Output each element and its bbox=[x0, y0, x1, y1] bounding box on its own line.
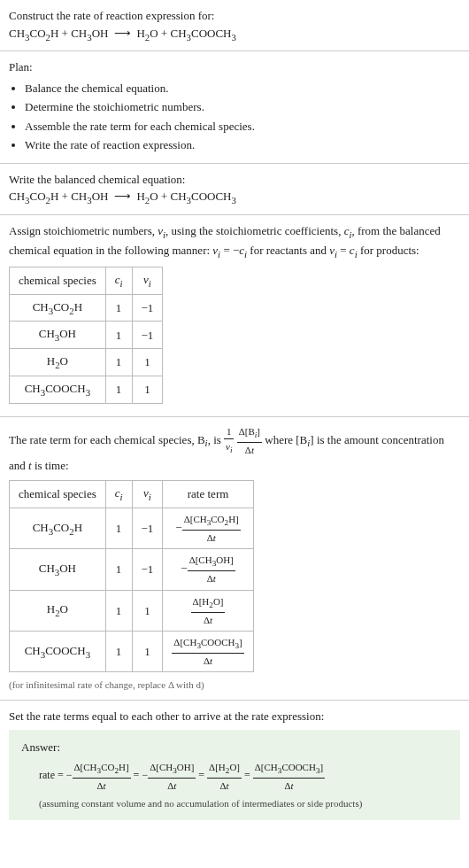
cell-vi: 1 bbox=[132, 349, 163, 376]
prompt-equation: CH3CO2H + CH3OH ⟶ H2O + CH3COOCH3 bbox=[9, 25, 460, 44]
cell-vi: −1 bbox=[132, 549, 163, 590]
balanced-equation: CH3CO2H + CH3OH ⟶ H2O + CH3COOCH3 bbox=[9, 188, 460, 207]
cell-species: CH3CO2H bbox=[10, 294, 106, 322]
cell-ci: 1 bbox=[105, 376, 132, 404]
col-vi: νi bbox=[132, 267, 163, 294]
plan-item: Assemble the rate term for each chemical… bbox=[25, 118, 460, 136]
cell-species: CH3OH bbox=[10, 549, 106, 590]
cell-vi: −1 bbox=[132, 508, 163, 548]
table-row: CH3OH 1 −1 −Δ[CH3OH]Δt bbox=[10, 549, 254, 590]
table-row: CH3COOCH3 1 1 bbox=[10, 376, 163, 404]
stoich-table: chemical species ci νi CH3CO2H 1 −1 CH3O… bbox=[9, 267, 163, 404]
cell-ci: 1 bbox=[105, 549, 132, 590]
stoich-text: Assign stoichiometric numbers, νi, using… bbox=[9, 222, 460, 261]
cell-ci: 1 bbox=[105, 632, 132, 672]
cell-ci: 1 bbox=[105, 322, 132, 349]
cell-species: H2O bbox=[10, 590, 106, 631]
cell-ci: 1 bbox=[105, 508, 132, 548]
prompt-section: Construct the rate of reaction expressio… bbox=[0, 0, 469, 51]
set-equal-section: Set the rate terms equal to each other t… bbox=[0, 701, 469, 827]
plan-list: Balance the chemical equation. Determine… bbox=[9, 80, 460, 154]
balanced-section: Write the balanced chemical equation: CH… bbox=[0, 164, 469, 215]
cell-vi: 1 bbox=[132, 376, 163, 404]
cell-ci: 1 bbox=[105, 590, 132, 631]
cell-vi: 1 bbox=[132, 590, 163, 631]
plan-label: Plan: bbox=[9, 58, 460, 76]
cell-species: CH3COOCH3 bbox=[10, 632, 106, 672]
cell-species: CH3COOCH3 bbox=[10, 376, 106, 404]
cell-rate: Δ[CH3COOCH3]Δt bbox=[163, 632, 253, 672]
plan-item: Balance the chemical equation. bbox=[25, 80, 460, 97]
cell-vi: −1 bbox=[132, 294, 163, 322]
cell-ci: 1 bbox=[105, 294, 132, 322]
plan-item: Determine the stoichiometric numbers. bbox=[25, 98, 460, 116]
col-vi: νi bbox=[132, 480, 163, 508]
rate-term-section: The rate term for each chemical species,… bbox=[0, 417, 469, 701]
cell-rate: Δ[H2O]Δt bbox=[163, 590, 253, 631]
answer-note: (assuming constant volume and no accumul… bbox=[21, 793, 448, 811]
rate-term-text: The rate term for each chemical species,… bbox=[9, 424, 460, 475]
table-row: CH3CO2H 1 −1 −Δ[CH3CO2H]Δt bbox=[10, 508, 254, 548]
balanced-label: Write the balanced chemical equation: bbox=[9, 171, 460, 189]
answer-box: Answer: rate = −Δ[CH3CO2H]Δt = −Δ[CH3OH]… bbox=[9, 730, 460, 819]
cell-rate: −Δ[CH3CO2H]Δt bbox=[163, 508, 253, 548]
cell-rate: −Δ[CH3OH]Δt bbox=[163, 549, 253, 590]
cell-species: H2O bbox=[10, 349, 106, 376]
prompt-text: Construct the rate of reaction expressio… bbox=[9, 7, 460, 25]
table-row: CH3COOCH3 1 1 Δ[CH3COOCH3]Δt bbox=[10, 632, 254, 672]
table-row: CH3OH 1 −1 bbox=[10, 322, 163, 349]
col-ci: ci bbox=[105, 267, 132, 294]
plan-item: Write the rate of reaction expression. bbox=[25, 136, 460, 154]
rate-term-note: (for infinitesimal rate of change, repla… bbox=[9, 678, 460, 693]
cell-species: CH3OH bbox=[10, 322, 106, 349]
table-row: H2O 1 1 Δ[H2O]Δt bbox=[10, 590, 254, 631]
plan-section: Plan: Balance the chemical equation. Det… bbox=[0, 51, 469, 164]
cell-ci: 1 bbox=[105, 349, 132, 376]
answer-label: Answer: bbox=[21, 739, 448, 756]
table-header-row: chemical species ci νi rate term bbox=[10, 480, 254, 508]
table-row: H2O 1 1 bbox=[10, 349, 163, 376]
table-header-row: chemical species ci νi bbox=[10, 267, 163, 294]
rate-term-table: chemical species ci νi rate term CH3CO2H… bbox=[9, 480, 254, 673]
answer-equation: rate = −Δ[CH3CO2H]Δt = −Δ[CH3OH]Δt = Δ[H… bbox=[21, 760, 448, 793]
col-rate: rate term bbox=[163, 480, 253, 508]
cell-vi: 1 bbox=[132, 632, 163, 672]
col-species: chemical species bbox=[10, 480, 106, 508]
cell-vi: −1 bbox=[132, 322, 163, 349]
set-equal-text: Set the rate terms equal to each other t… bbox=[9, 708, 460, 725]
col-species: chemical species bbox=[10, 267, 106, 294]
stoich-section: Assign stoichiometric numbers, νi, using… bbox=[0, 215, 469, 417]
col-ci: ci bbox=[105, 480, 132, 508]
table-row: CH3CO2H 1 −1 bbox=[10, 294, 163, 322]
cell-species: CH3CO2H bbox=[10, 508, 106, 548]
